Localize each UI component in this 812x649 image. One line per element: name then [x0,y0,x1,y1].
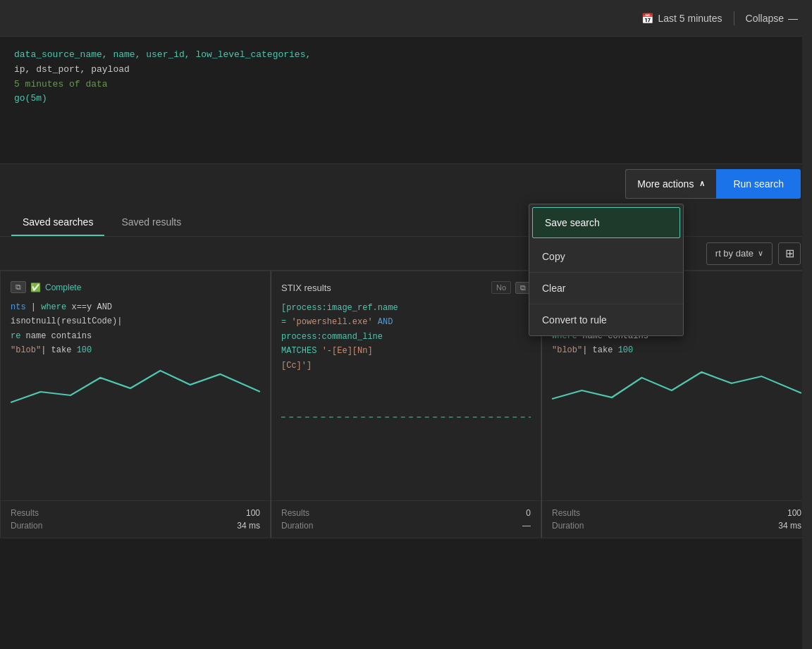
more-actions-button[interactable]: More actions ∧ [625,169,716,199]
results-label-1: Results [11,508,134,518]
results-label-2: Results [281,508,405,518]
results-value-2: 0 [407,508,531,518]
convert-rule-label: Convert to rule [542,314,607,326]
chart-area-1 [11,364,260,406]
tab-saved-results-label: Saved results [121,216,181,228]
code-editor[interactable]: data_source_name, name, user_id, low_lev… [0,37,812,163]
results-area: ⧉ ✅ Complete nts | where x==y AND isnotn… [0,271,812,538]
tabs-row: Saved searches Saved results [0,203,812,237]
duration-label-3: Duration [552,521,675,531]
code-text: ip, dst_port, payload [14,64,130,75]
calendar-icon: 📅 [641,13,653,24]
scrollbar[interactable] [802,0,812,649]
card-code-2: [process:image_ref.name = 'powershell.ex… [281,301,531,373]
chart-area-2 [281,378,531,421]
card-header-1: ⧉ ✅ Complete [11,281,260,293]
no-badge-2: No [491,281,511,294]
sort-by-date-button[interactable]: rt by date ∨ [706,242,773,265]
minus-icon: — [788,13,798,24]
status-label-1: Complete [45,283,81,292]
run-search-button[interactable]: Run search [716,169,801,199]
code-comment: 5 minutes of data [14,79,108,89]
code-go: go(5m) [14,93,47,104]
copy-item[interactable]: Copy [529,241,683,273]
convert-to-rule-item[interactable]: Convert to rule [529,304,683,335]
code-line-2: ip, dst_port, payload [14,63,798,78]
tab-saved-searches[interactable]: Saved searches [11,209,104,236]
grid-icon: ⊞ [785,247,794,260]
save-search-item[interactable]: Save search [532,207,680,238]
grid-view-button[interactable]: ⊞ [778,242,801,265]
code-line-4: go(5m) [14,92,798,106]
clear-label: Clear [542,283,565,294]
chevron-down-icon: ∨ [758,249,763,258]
duration-label-1: Duration [11,521,134,531]
card-status-1: ✅ Complete [30,283,81,292]
run-search-label: Run search [733,178,784,190]
toolbar-row: More actions ∧ Run search Save search Co… [0,163,812,203]
clear-item[interactable]: Clear [529,273,683,304]
card-copy-icon-1[interactable]: ⧉ [11,281,26,293]
result-card-1: ⧉ ✅ Complete nts | where x==y AND isnotn… [0,271,271,538]
duration-value-1: 34 ms [137,521,260,531]
collapse-label: Collapse [746,13,784,24]
time-range-label: Last 5 minutes [658,13,722,24]
copy-label: Copy [542,251,565,262]
collapse-button[interactable]: Collapse — [746,13,798,24]
card-header-2: STIX results No ⧉ [281,281,531,294]
results-value-1: 100 [137,508,260,518]
card-title-2: STIX results [281,283,331,293]
time-range[interactable]: 📅 Last 5 minutes [641,13,722,24]
code-line-1: data_source_name, name, user_id, low_lev… [14,48,798,63]
card-footer-3: Results 100 Duration 34 ms [542,500,811,538]
card-footer-1: Results 100 Duration 34 ms [1,500,270,538]
chevron-up-icon: ∧ [699,179,705,188]
save-search-label: Save search [545,217,600,228]
duration-value-3: 34 ms [678,521,801,531]
sort-label: rt by date [715,248,753,259]
code-line-3: 5 minutes of data [14,78,798,92]
sort-bar: rt by date ∨ ⊞ [0,237,812,271]
code-text: data_source_name, name, user_id, low_lev… [14,49,311,60]
results-value-3: 100 [678,508,801,518]
results-label-3: Results [552,508,675,518]
divider [734,11,734,25]
card-code-1: nts | where x==y AND isnotnull(resultCod… [11,300,260,358]
duration-value-2: — [407,521,531,531]
duration-label-2: Duration [281,521,405,531]
chart-area-3 [552,364,801,406]
top-bar: 📅 Last 5 minutes Collapse — [0,0,812,37]
card-footer-2: Results 0 Duration — [271,500,541,538]
result-card-2: STIX results No ⧉ [process:image_ref.nam… [271,271,541,538]
dropdown-menu: Save search Copy Clear Convert to rule [529,204,684,336]
tab-saved-results[interactable]: Saved results [110,209,192,236]
more-actions-label: More actions [637,178,694,190]
tab-saved-searches-label: Saved searches [23,216,93,228]
